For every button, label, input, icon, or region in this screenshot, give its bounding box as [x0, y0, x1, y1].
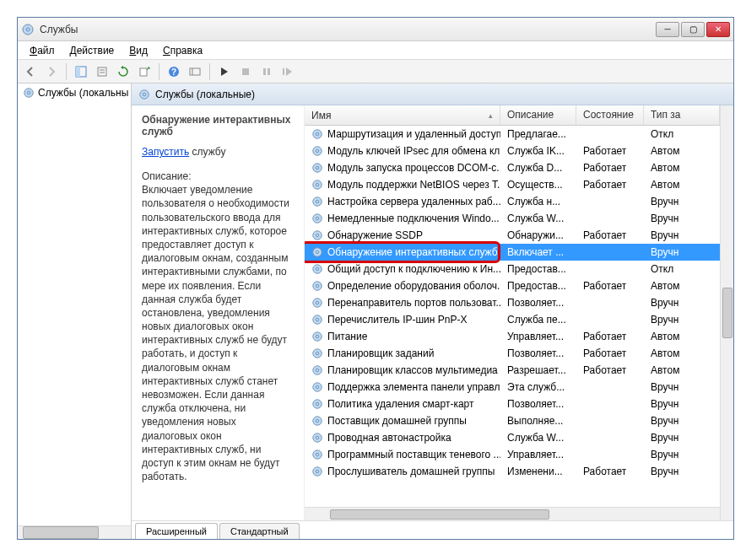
service-row[interactable]: Планировщик классов мультимедиаРазрешает… [305, 362, 720, 379]
svg-point-45 [316, 335, 319, 338]
tree-root-item[interactable]: Службы (локальны [18, 83, 131, 102]
service-type-cell: Автом [644, 278, 720, 293]
service-desc-cell: Служба IK... [500, 143, 576, 159]
column-name[interactable]: Имя▴ [305, 105, 500, 125]
service-row[interactable]: Общий доступ к подключению к Ин...Предос… [305, 261, 720, 277]
menu-file[interactable]: Файл [23, 43, 62, 58]
service-row[interactable]: Настройка сервера удаленных раб...Служба… [305, 193, 720, 210]
stop-service-button[interactable] [236, 62, 255, 81]
menu-view[interactable]: Вид [122, 43, 154, 58]
service-desc-cell: Предостав... [500, 261, 576, 277]
start-service-button[interactable] [215, 62, 234, 81]
properties-button[interactable] [93, 62, 111, 81]
svg-point-51 [316, 385, 319, 389]
svg-point-17 [27, 91, 30, 94]
menu-action[interactable]: Действие [63, 43, 122, 58]
service-desc-cell: Выполняе... [500, 413, 576, 428]
svg-rect-7 [140, 68, 147, 76]
service-row[interactable]: Обнаружение SSDPОбнаружи...РаботаетВручн [305, 227, 720, 244]
list-hscrollbar[interactable] [305, 507, 720, 520]
help-button[interactable]: ? [165, 62, 183, 81]
service-state-cell: Работает [576, 160, 644, 175]
service-row[interactable]: Программный поставщик теневого ...Управл… [305, 446, 720, 463]
service-row[interactable]: Немедленные подключения Windo...Служба W… [305, 210, 720, 227]
scrollbar-thumb[interactable] [330, 509, 549, 520]
service-row[interactable]: Маршрутизация и удаленный доступПредлага… [305, 126, 720, 143]
pause-service-button[interactable] [257, 62, 276, 81]
service-name-cell: Настройка сервера удаленных раб... [305, 194, 500, 209]
service-name-cell: Обнаружение интерактивных служб [305, 245, 500, 260]
svg-point-43 [316, 318, 319, 321]
export-button[interactable] [135, 62, 154, 81]
forward-button[interactable] [42, 62, 61, 81]
menubar: Файл Действие Вид Справка [18, 41, 733, 60]
service-state-cell [576, 267, 644, 271]
svg-point-55 [316, 419, 319, 423]
service-name-cell: Питание [305, 329, 500, 344]
service-name-cell: Общий доступ к подключению к Ин... [305, 261, 500, 277]
service-row[interactable]: Обнаружение интерактивных службВключает … [305, 244, 720, 261]
services-icon [23, 87, 35, 99]
start-service-link[interactable]: Запустить [142, 146, 189, 158]
svg-point-37 [316, 267, 319, 271]
service-state-cell: Работает [576, 329, 644, 344]
service-name-cell: Прослушиватель домашней группы [305, 464, 500, 479]
tab-standard[interactable]: Стандартный [219, 523, 300, 539]
service-state-cell [576, 318, 644, 321]
service-type-cell: Откл [644, 261, 720, 277]
scrollbar-thumb[interactable] [23, 526, 99, 539]
service-desc-cell: Предлагае... [500, 127, 576, 142]
service-row[interactable]: Поставщик домашней группыВыполняе...Вруч… [305, 412, 720, 429]
tab-extended[interactable]: Расширенный [135, 523, 218, 539]
service-type-cell: Вручн [644, 430, 720, 445]
restart-service-button[interactable] [278, 62, 297, 81]
service-name-cell: Определение оборудования оболоч... [305, 278, 500, 293]
service-row[interactable]: Модуль поддержки NetBIOS через T...Осуще… [305, 176, 720, 193]
service-type-cell: Вручн [644, 413, 720, 428]
menu-help[interactable]: Справка [156, 43, 209, 58]
details-button[interactable] [186, 62, 204, 81]
refresh-button[interactable] [114, 62, 132, 81]
service-desc-cell: Разрешает... [500, 363, 576, 378]
services-window: Службы ─ ▢ ✕ Файл Действие Вид Справка ? [17, 17, 734, 540]
description-label: Описание: [142, 170, 294, 183]
minimize-button[interactable]: ─ [656, 22, 679, 37]
maximize-button[interactable]: ▢ [681, 22, 705, 37]
service-type-cell: Вручн [644, 228, 720, 243]
scrollbar-thumb[interactable] [722, 288, 732, 338]
main-header-label: Службы (локальные) [155, 89, 255, 100]
list-vscrollbar[interactable] [720, 105, 733, 520]
column-description[interactable]: Описание [500, 105, 576, 125]
tree-root-label: Службы (локальны [38, 87, 128, 99]
svg-point-39 [316, 284, 319, 288]
service-row[interactable]: Перенаправитель портов пользоват...Позво… [305, 294, 720, 311]
tree-hscrollbar[interactable] [18, 525, 131, 539]
service-row[interactable]: Проводная автонастройкаСлужба W...Вручн [305, 429, 720, 446]
service-type-cell: Вручн [644, 194, 720, 209]
column-type[interactable]: Тип за [644, 105, 720, 125]
service-row[interactable]: Прослушиватель домашней группыИзменени..… [305, 463, 720, 480]
titlebar[interactable]: Службы ─ ▢ ✕ [18, 18, 733, 41]
column-state[interactable]: Состояние [576, 105, 644, 125]
service-row[interactable]: Поддержка элемента панели управл...Эта с… [305, 379, 720, 396]
service-row[interactable]: Модуль ключей IPsec для обмена кл...Служ… [305, 143, 720, 159]
service-desc-cell: Служба н... [500, 194, 576, 209]
back-button[interactable] [21, 62, 40, 81]
service-type-cell: Автом [644, 363, 720, 378]
services-icon [138, 89, 150, 100]
service-row[interactable]: ПитаниеУправляет...РаботаетАвтом [305, 328, 720, 345]
service-row[interactable]: Модуль запуска процессов DCOM-с...Служба… [305, 159, 720, 176]
service-row[interactable]: Определение оборудования оболоч...Предос… [305, 277, 720, 294]
service-desc-cell: Позволяет... [500, 295, 576, 310]
sort-indicator-icon: ▴ [489, 111, 493, 120]
service-name-cell: Политика удаления смарт-карт [305, 396, 500, 412]
service-name-cell: Поддержка элемента панели управл... [305, 380, 500, 395]
tree-pane: Службы (локальны [18, 83, 132, 539]
service-row[interactable]: Перечислитель IP-шин PnP-XСлужба пе...Вр… [305, 311, 720, 328]
close-button[interactable]: ✕ [706, 22, 730, 37]
service-row[interactable]: Политика удаления смарт-картПозволяет...… [305, 396, 720, 412]
service-row[interactable]: Планировщик заданийПозволяет...РаботаетА… [305, 345, 720, 362]
show-pane-button[interactable] [72, 62, 90, 81]
toolbar-divider [66, 63, 67, 80]
svg-point-53 [316, 402, 319, 406]
